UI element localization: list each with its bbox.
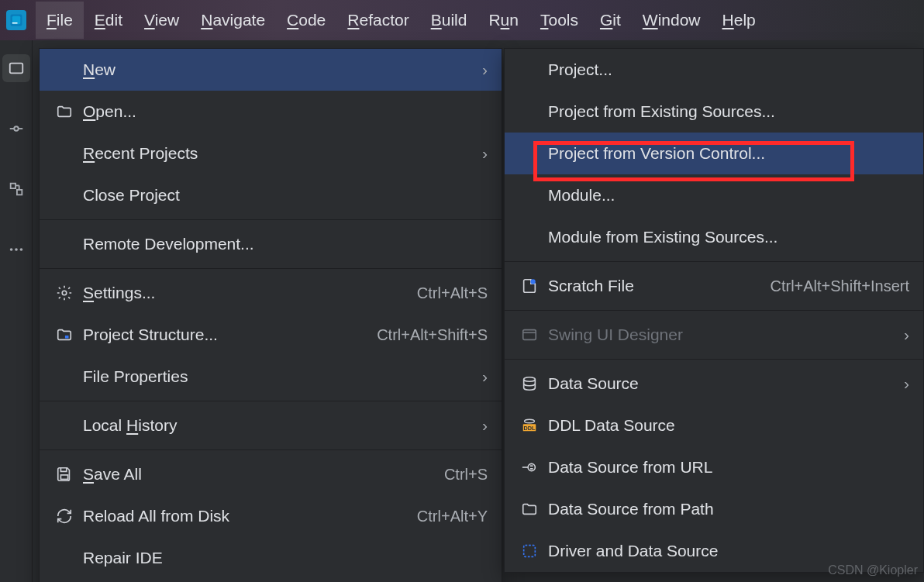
menubar-item-run[interactable]: Run (478, 2, 529, 39)
svg-rect-15 (65, 336, 69, 339)
menu-separator (40, 401, 502, 401)
menu-item-save-all[interactable]: Save All Ctrl+S (40, 453, 502, 495)
svg-point-20 (524, 377, 536, 382)
menu-item-project-structure[interactable]: Project Structure... Ctrl+Alt+Shift+S (40, 314, 502, 356)
save-icon (53, 463, 75, 485)
menu-item-local-history[interactable]: Local History › (40, 405, 502, 446)
menu-item-close-project[interactable]: Close Project (40, 174, 502, 216)
svg-point-11 (9, 248, 12, 251)
menu-item-settings[interactable]: Settings... Ctrl+Alt+S (40, 272, 502, 314)
ddl-icon: DDL (519, 415, 540, 436)
submenu-item-data-source[interactable]: Data Source › (505, 363, 923, 405)
window-icon (519, 324, 540, 346)
svg-rect-2 (12, 22, 18, 24)
chevron-right-icon: › (904, 325, 909, 344)
rail-commit-icon[interactable] (2, 115, 30, 143)
rail-structure-icon[interactable] (2, 175, 30, 203)
menubar-item-help[interactable]: Help (712, 2, 767, 39)
submenu-item-scratch-file[interactable]: Scratch File Ctrl+Alt+Shift+Insert (505, 265, 923, 307)
left-tool-rail (0, 40, 33, 582)
database-icon (519, 373, 540, 394)
project-structure-icon (53, 324, 75, 346)
new-submenu-dropdown: Project... Project from Existing Sources… (504, 48, 924, 573)
menu-item-recent-projects[interactable]: Recent Projects › (40, 133, 502, 174)
menubar-item-code[interactable]: Code (276, 2, 336, 39)
menubar-item-git[interactable]: Git (589, 2, 632, 39)
gear-icon (53, 282, 75, 304)
svg-text:DDL: DDL (523, 425, 536, 432)
submenu-item-data-source-path[interactable]: Data Source from Path (505, 488, 923, 530)
chevron-right-icon: › (482, 144, 488, 163)
svg-rect-28 (524, 546, 536, 557)
submenu-item-project-version-control[interactable]: Project from Version Control... (505, 133, 923, 174)
menu-separator (505, 359, 923, 360)
svg-point-23 (525, 419, 535, 423)
menubar-item-window[interactable]: Window (632, 2, 712, 39)
menu-item-file-properties[interactable]: File Properties › (40, 356, 502, 398)
scratch-file-icon (519, 275, 540, 297)
svg-point-13 (19, 248, 22, 251)
menubar-item-file[interactable]: File (36, 2, 84, 39)
menu-separator (505, 261, 923, 262)
rail-project-icon[interactable] (2, 54, 30, 82)
app-icon (6, 10, 26, 30)
submenu-item-swing-ui-designer: Swing UI Designer › (505, 314, 923, 356)
menu-item-remote-development[interactable]: Remote Development... (40, 223, 502, 265)
svg-point-24 (528, 463, 535, 470)
svg-rect-7 (10, 184, 15, 188)
plug-icon (519, 456, 540, 478)
menu-item-new[interactable]: New › (40, 49, 502, 91)
menubar-item-edit[interactable]: Edit (84, 2, 133, 39)
menu-separator (505, 310, 923, 311)
menu-separator (40, 219, 502, 220)
svg-rect-8 (16, 190, 21, 195)
menu-separator (40, 449, 502, 450)
svg-point-14 (62, 291, 67, 295)
chevron-right-icon: › (482, 367, 488, 386)
menu-item-open[interactable]: Open... (40, 91, 502, 133)
reload-icon (53, 505, 75, 527)
watermark: CSDN @Kiopler (828, 563, 918, 577)
svg-rect-16 (60, 475, 67, 480)
submenu-item-project-existing-sources[interactable]: Project from Existing Sources... (505, 91, 923, 133)
menubar: File Edit View Navigate Code Refactor Bu… (0, 0, 924, 40)
submenu-item-project[interactable]: Project... (505, 49, 923, 91)
driver-icon (519, 540, 540, 562)
folder-icon (519, 498, 540, 520)
menubar-item-tools[interactable]: Tools (529, 2, 589, 39)
svg-rect-3 (9, 64, 22, 74)
file-menu-dropdown: New › Open... Recent Projects › Close Pr… (39, 48, 502, 582)
svg-point-17 (530, 279, 535, 284)
chevron-right-icon: › (482, 416, 488, 435)
svg-rect-18 (523, 330, 536, 340)
submenu-item-module[interactable]: Module... (505, 174, 923, 216)
submenu-item-data-source-url[interactable]: Data Source from URL (505, 446, 923, 488)
menubar-item-view[interactable]: View (133, 2, 190, 39)
menubar-item-navigate[interactable]: Navigate (190, 2, 276, 39)
menu-item-repair-ide[interactable]: Repair IDE (40, 537, 502, 579)
menubar-item-refactor[interactable]: Refactor (336, 2, 419, 39)
svg-point-12 (15, 248, 18, 251)
svg-point-4 (14, 126, 19, 131)
rail-more-icon[interactable] (2, 236, 30, 263)
folder-icon (53, 101, 75, 122)
menu-separator (40, 268, 502, 269)
chevron-right-icon: › (904, 374, 909, 393)
submenu-item-ddl-data-source[interactable]: DDL DDL Data Source (505, 405, 923, 446)
menubar-item-build[interactable]: Build (420, 2, 478, 39)
menu-item-invalidate-caches[interactable]: Invalidate Caches... (40, 579, 502, 582)
submenu-item-module-existing-sources[interactable]: Module from Existing Sources... (505, 216, 923, 258)
menu-item-reload-from-disk[interactable]: Reload All from Disk Ctrl+Alt+Y (40, 495, 502, 537)
chevron-right-icon: › (482, 60, 488, 79)
